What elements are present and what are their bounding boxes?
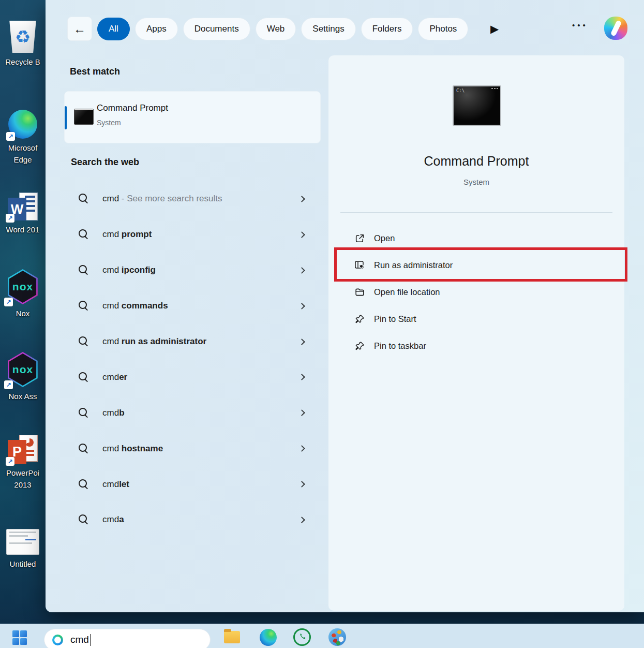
suggestion-text: cmd ipconfig [102,265,156,275]
shortcut-arrow-icon: ↗ [4,380,13,389]
suggestion-text: cmda [102,514,124,525]
action-open[interactable]: Open [328,225,624,252]
whatsapp-icon[interactable] [293,628,311,646]
text-cursor [90,634,91,646]
suggestion-row[interactable]: cmd hostname [64,431,321,466]
best-match-result[interactable]: Command Prompt System [64,91,321,143]
recycle-glyph: ♻ [15,26,31,47]
nox-icon: nox ↗ [6,269,39,304]
chevron-right-icon [298,374,305,381]
result-details-panel: C:\ Command Prompt System Open Run as ad… [328,55,624,611]
windows-desktop: ♻ Recycle B ↗ Microsof Edge W ↗ Word 201… [0,0,644,648]
more-options-icon[interactable]: ••• [572,21,588,30]
action-pin-to-start[interactable]: Pin to Start [328,305,624,332]
folder-icon [354,286,365,298]
search-logo-icon [52,635,63,645]
file-explorer-icon[interactable] [224,631,240,643]
suggestion-row[interactable]: cmda [64,502,321,538]
shortcut-arrow-icon: ↗ [6,214,14,223]
search-window: ← All Apps Documents Web Settings Folder… [46,0,644,612]
suggestion-row[interactable]: cmd commands [64,288,321,324]
shortcut-arrow-icon: ↗ [6,132,15,141]
desktop-icon-label: Recycle B [0,56,48,68]
tab-photos[interactable]: Photos [418,18,468,40]
desktop-icon-label: Untitled [0,558,48,570]
nox-assistant-icon: nox ↗ [6,352,39,387]
suggestion-row[interactable]: cmd prompt [64,217,321,253]
suggestion-row[interactable]: cmdb [64,395,321,431]
word-icon: W ↗ [8,193,38,220]
search-icon [79,336,89,347]
suggestion-text: cmd prompt [102,229,152,240]
suggestion-row[interactable]: cmder [64,359,321,395]
chevron-right-icon [298,231,305,238]
copilot-icon[interactable] [604,17,627,40]
suggestion-row[interactable]: cmd run as administrator [64,324,321,360]
suggestion-text: cmd commands [102,301,168,311]
search-icon [79,229,89,240]
colorful-app-icon[interactable] [328,628,346,646]
open-external-icon [354,232,365,244]
tab-documents[interactable]: Documents [183,18,250,40]
tab-folders[interactable]: Folders [361,18,413,40]
taskbar-search-box[interactable]: cmd [44,629,211,648]
details-subtitle: System [328,178,624,186]
search-input-value: cmd [70,634,89,645]
desktop-icon-word[interactable]: W ↗ Word 201 [0,193,46,235]
actions-list: Open Run as administrator Open file loca… [328,225,624,359]
untitled-file-icon [6,529,39,555]
search-icon [79,444,89,454]
desktop-icon-recycle-bin[interactable]: ♻ Recycle B [0,21,46,68]
desktop-icon-nox[interactable]: nox ↗ Nox [0,269,46,319]
action-pin-to-taskbar[interactable]: Pin to taskbar [328,332,624,359]
suggestion-row[interactable]: cmd ipconfig [64,253,321,288]
edge-taskbar-icon[interactable] [260,629,277,646]
powerpoint-icon: P ↗ [8,435,38,464]
best-match-heading: Best match [70,66,120,77]
desktop-icon-label: Nox Ass [0,390,48,402]
web-suggestions-list: cmd - See more search results cmd prompt… [64,181,321,538]
pin-icon [354,313,365,325]
suggestion-row[interactable]: cmdlet [64,466,321,502]
desktop-icon-edge[interactable]: ↗ Microsof Edge [0,110,46,166]
suggestion-text: cmdb [102,408,125,418]
chevron-right-icon [298,409,305,416]
suggestion-text: cmdlet [102,479,129,490]
desktop-icon-nox-assistant[interactable]: nox ↗ Nox Ass [0,352,46,402]
best-match-title: Command Prompt [97,103,168,113]
command-prompt-large-icon: C:\ [453,85,501,126]
tab-all[interactable]: All [97,18,130,40]
chevron-right-icon [298,338,305,345]
start-button[interactable] [12,630,27,645]
search-icon [79,301,89,311]
recycle-bin-icon: ♻ [8,21,37,53]
action-open-file-location[interactable]: Open file location [328,278,624,305]
search-web-heading: Search the web [71,157,139,168]
desktop-icon-label: PowerPoi 2013 [0,467,48,491]
shortcut-arrow-icon: ↗ [4,298,13,306]
suggestion-row[interactable]: cmd - See more search results [64,181,321,217]
chevron-right-icon [298,267,305,274]
search-icon [79,514,89,525]
desktop-icon-untitled[interactable]: Untitled [0,529,46,570]
desktop-icon-powerpoint[interactable]: P ↗ PowerPoi 2013 [0,435,46,491]
desktop-icon-label: Word 201 [0,224,48,235]
tab-apps[interactable]: Apps [135,18,178,40]
taskbar: cmd [0,624,644,648]
search-filter-tabs: All Apps Documents Web Settings Folders … [97,17,468,41]
details-title: Command Prompt [328,154,624,169]
chevron-right-icon [298,517,305,523]
action-run-as-administrator[interactable]: Run as administrator [328,252,624,278]
tab-web[interactable]: Web [256,18,296,40]
chevron-right-icon [298,303,305,310]
desktop-icon-label: Nox [0,307,48,319]
suggestion-text: cmder [102,372,127,382]
back-button[interactable]: ← [67,17,92,41]
selection-accent-bar [65,106,67,129]
tab-settings[interactable]: Settings [301,18,355,40]
edge-icon: ↗ [8,110,37,139]
suggestion-text: cmd - See more search results [102,194,222,204]
back-arrow-icon: ← [73,22,86,36]
more-tabs-icon[interactable]: ▶ [490,23,499,35]
search-icon [79,372,89,382]
